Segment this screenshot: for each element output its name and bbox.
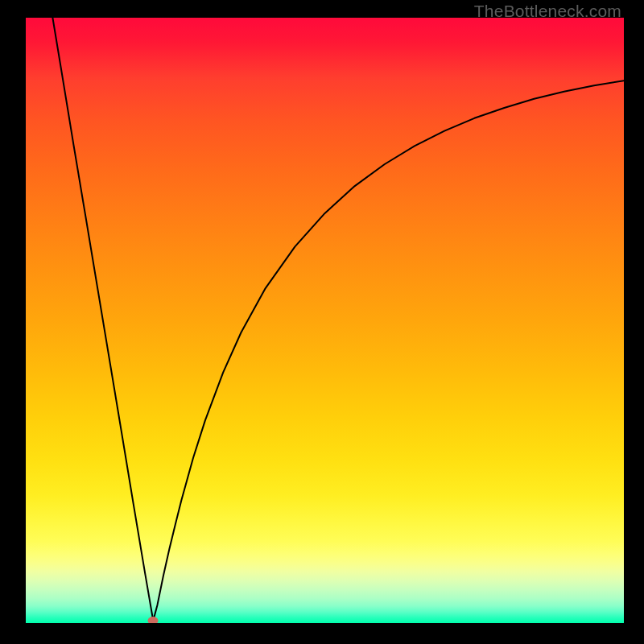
watermark-text: TheBottleneck.com <box>474 2 621 21</box>
minimum-marker <box>148 617 159 623</box>
chart-plot-area <box>26 18 624 623</box>
bottleneck-curve <box>26 18 624 623</box>
